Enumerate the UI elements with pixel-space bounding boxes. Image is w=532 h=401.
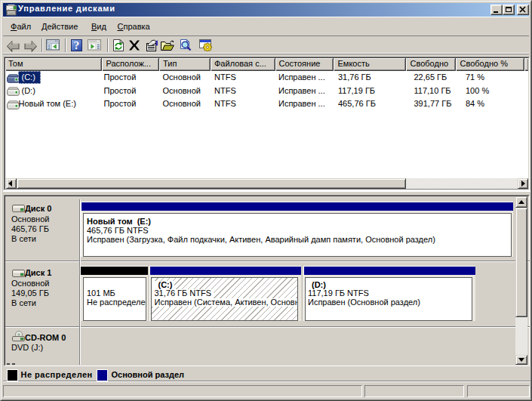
svg-text:?: ? — [73, 39, 79, 51]
